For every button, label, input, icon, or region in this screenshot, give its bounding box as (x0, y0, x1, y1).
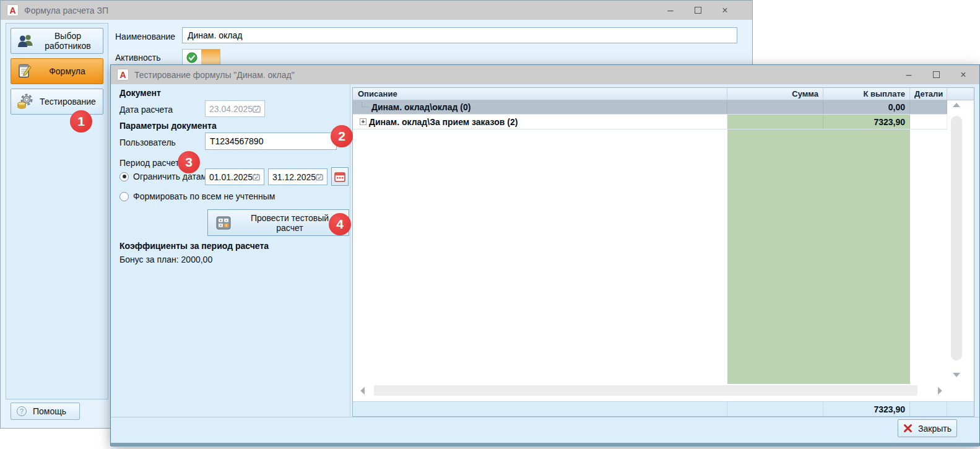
formula-window-titlebar: A Формула расчета ЗП – × (1, 1, 752, 20)
close-icon[interactable]: × (711, 1, 739, 20)
coefficient-value: Бонус за план: 2000,00 (119, 255, 212, 264)
sidebar-item-employee-selection[interactable]: Выбор работников (11, 28, 103, 54)
document-section-header: Документ (119, 88, 161, 98)
red-x-icon (903, 424, 913, 433)
maximize-icon[interactable] (922, 65, 950, 84)
params-section-header: Параметры документа (119, 121, 217, 131)
maximize-glyph (695, 7, 701, 14)
grid-row[interactable]: + Динам. оклад\За прием заказов (2) 7323… (353, 115, 947, 129)
row-details-cell[interactable] (910, 100, 947, 114)
maximize-icon[interactable] (684, 1, 711, 20)
period-label: Период расчета (119, 158, 184, 168)
testing-dialog-titlebar: A Тестирование формулы "Динам. оклад" – … (111, 65, 979, 84)
date-from-value: 01.01.2025 (209, 172, 253, 182)
help-button[interactable]: ? Помощь (11, 403, 80, 420)
toggle-track (201, 50, 220, 65)
window-controls: – × (895, 65, 977, 84)
activity-toggle[interactable] (182, 49, 220, 66)
sidebar-item-label: Выбор работников (38, 31, 103, 51)
calendar-icon[interactable] (253, 173, 260, 181)
minimize-icon[interactable]: – (895, 65, 922, 84)
gear-coins-icon (17, 94, 34, 110)
annotation-badge-4: 4 (329, 213, 351, 235)
sidebar-item-label: Тестирование (38, 97, 103, 107)
tree-branch-icon (362, 102, 368, 107)
vertical-scrollbar-thumb[interactable] (951, 116, 962, 360)
calc-date-field: 23.04.2025 (205, 100, 265, 117)
maximize-glyph (933, 71, 940, 78)
close-dialog-label: Закрыть (918, 424, 952, 434)
name-input[interactable] (182, 27, 737, 43)
green-check-icon (186, 52, 197, 63)
scroll-left-icon[interactable] (360, 387, 365, 395)
coefficients-section-header: Коэффициенты за период расчета (119, 241, 269, 251)
user-field-label: Пользователь (119, 137, 176, 147)
row-details-cell[interactable] (910, 115, 947, 129)
total-stub-cell (947, 402, 974, 416)
people-icon (17, 33, 34, 48)
column-header-stub (947, 88, 974, 100)
question-icon: ? (17, 406, 27, 416)
row-description-text: Динам. оклад\За прием заказов (2) (369, 117, 518, 127)
testing-dialog-title: Тестирование формулы "Динам. оклад" (134, 70, 295, 80)
formula-window-title: Формула расчета ЗП (24, 6, 108, 15)
activity-field-label: Активность (115, 53, 161, 63)
horizontal-scrollbar-thumb[interactable] (374, 385, 917, 396)
sidebar-item-formula[interactable]: Формула (11, 58, 103, 84)
dialog-footer: Закрыть (111, 417, 979, 443)
name-field-label: Наименование (115, 32, 175, 41)
testing-dialog: A Тестирование формулы "Динам. оклад" – … (110, 64, 980, 446)
close-dialog-button[interactable]: Закрыть (898, 419, 957, 437)
dialog-bottom-edge (111, 443, 979, 447)
grid-total-row: 7323,90 (353, 401, 974, 416)
close-icon[interactable]: × (950, 65, 977, 84)
row-payout-cell[interactable]: 7323,90 (823, 115, 910, 129)
radio-all-unaccounted[interactable]: Формировать по всем не учтенным (119, 191, 275, 201)
calendar-icon (253, 105, 261, 113)
row-sum-cell[interactable] (727, 115, 823, 129)
row-description-cell[interactable]: + Динам. оклад\За прием заказов (2) (353, 115, 727, 129)
calendar-icon[interactable] (316, 173, 323, 181)
period-calendar-button[interactable] (331, 167, 349, 186)
minimize-icon[interactable]: – (657, 1, 684, 20)
run-test-calculation-button[interactable]: Провести тестовый расчет (207, 209, 349, 236)
column-header-sum[interactable]: Сумма (727, 88, 823, 100)
row-description-cell[interactable]: Динам. оклад\оклад (0) (353, 100, 727, 114)
sidebar-item-label: Формула (37, 66, 103, 76)
calc-date-label: Дата расчета (119, 105, 173, 115)
vertical-scrollbar[interactable] (949, 102, 965, 378)
date-to-field[interactable]: 31.12.2025 (268, 168, 327, 185)
date-from-field[interactable]: 01.01.2025 (205, 168, 264, 185)
row-payout-cell[interactable]: 0,00 (823, 100, 910, 114)
radio-limit-dates-label: Ограничить датами (133, 172, 212, 181)
radio-limit-dates[interactable]: Ограничить датами (119, 172, 212, 181)
date-to-value: 31.12.2025 (272, 172, 316, 182)
total-details-cell (910, 402, 947, 416)
user-input[interactable] (205, 133, 337, 150)
grid-row-selected[interactable]: Динам. оклад\оклад (0) 0,00 (353, 100, 947, 115)
horizontal-scrollbar[interactable] (358, 383, 945, 398)
column-header-payout[interactable]: К выплате (823, 88, 910, 100)
row-description-text: Динам. оклад\оклад (0) (371, 102, 470, 112)
radio-unselected-icon[interactable] (119, 192, 129, 201)
expand-plus-icon[interactable]: + (360, 118, 366, 125)
total-payout-cell: 7323,90 (823, 402, 910, 416)
calc-date-value: 23.04.2025 (209, 104, 253, 114)
scroll-right-icon[interactable] (938, 387, 942, 395)
column-header-description[interactable]: Описание (353, 88, 727, 100)
scroll-down-icon[interactable] (953, 373, 960, 377)
sidebar-item-testing[interactable]: Тестирование (11, 89, 103, 115)
toggle-on-state (183, 50, 201, 65)
total-sum-cell (727, 402, 823, 416)
scroll-up-icon[interactable] (953, 103, 960, 107)
row-sum-cell[interactable] (727, 100, 823, 114)
annotation-badge-2: 2 (331, 125, 353, 147)
grid-header-row: Описание Сумма К выплате Детали (353, 88, 974, 100)
radio-all-unaccounted-label: Формировать по всем не учтенным (133, 191, 275, 201)
results-grid: Описание Сумма К выплате Детали Динам. о… (352, 87, 974, 417)
annotation-badge-3: 3 (178, 151, 200, 173)
window-controls: – × (657, 1, 739, 20)
column-header-details[interactable]: Детали (910, 88, 947, 100)
radio-selected-icon[interactable] (119, 172, 129, 181)
help-button-label: Помощь (33, 406, 66, 416)
